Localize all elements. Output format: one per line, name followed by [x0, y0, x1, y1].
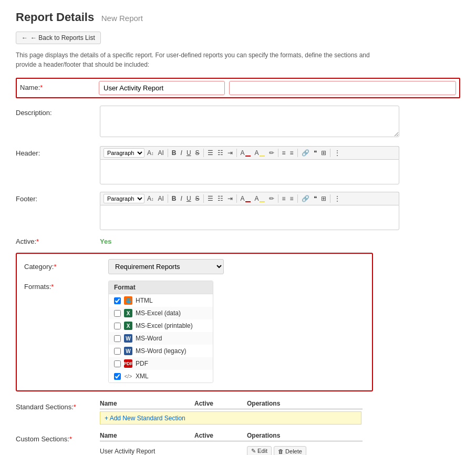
- fsep1: [168, 194, 168, 203]
- footer-ol-btn[interactable]: ☷: [216, 194, 225, 203]
- footer-link-btn[interactable]: 🔗: [300, 194, 311, 203]
- std-col-active: Active: [194, 400, 247, 407]
- format-xml-checkbox[interactable]: [114, 373, 121, 380]
- header-row: Header: Paragraph A↕ AI B I U S ☰ ☷ ⇥ A …: [16, 146, 460, 184]
- format-word-label: MS-Word: [136, 335, 162, 342]
- format-html-label: HTML: [136, 297, 153, 304]
- footer-highlight-btn[interactable]: A: [253, 194, 266, 203]
- header-pen-btn[interactable]: ✏: [267, 148, 276, 158]
- back-button-label: ← Back to Reports List: [30, 34, 95, 42]
- format-excel-data-row: X MS-Excel (data): [109, 307, 213, 319]
- header-ai-btn[interactable]: AI: [157, 148, 165, 158]
- footer-bold-btn[interactable]: B: [170, 194, 178, 203]
- format-html-checkbox[interactable]: [114, 297, 121, 304]
- category-label: Category:*: [24, 263, 108, 271]
- header-editor: Paragraph A↕ AI B I U S ☰ ☷ ⇥ A A ✏ ≡ ≡ …: [100, 146, 460, 184]
- footer-toolbar: Paragraph A↕ AI B I U S ☰ ☷ ⇥ A A ✏ ≡ ≡ …: [100, 192, 399, 205]
- name-input-secondary[interactable]: [229, 81, 456, 95]
- formats-table-header: Format: [109, 281, 213, 294]
- header-label: Header:: [16, 146, 100, 157]
- category-formats-box: Category:* Requirement Reports User Repo…: [16, 253, 373, 391]
- custom-sections-label: Custom Sections:*: [16, 432, 100, 443]
- formats-row: Formats:* Format 🌐 HTML X MS-Excel (data…: [24, 281, 365, 383]
- header-font-size-btn[interactable]: A↕: [146, 148, 156, 158]
- header-indent-btn[interactable]: ⇥: [226, 148, 234, 158]
- footer-table-btn[interactable]: ⊞: [319, 194, 328, 203]
- format-word-legacy-row: W MS-Word (legacy): [109, 345, 213, 357]
- footer-more-btn[interactable]: ⋮: [333, 194, 342, 203]
- footer-align-left-btn[interactable]: ≡: [281, 194, 287, 203]
- custom-edit-button[interactable]: ✎ Edit: [247, 446, 272, 455]
- standard-add-section-link[interactable]: + Add New Standard Section: [105, 415, 185, 422]
- header-align-center-btn[interactable]: ≡: [288, 148, 295, 158]
- format-pdf-checkbox[interactable]: [114, 360, 121, 367]
- format-word-legacy-checkbox[interactable]: [114, 348, 121, 355]
- footer-italic-btn[interactable]: I: [179, 194, 184, 203]
- std-col-ops: Operations: [247, 400, 363, 407]
- footer-font-color-btn[interactable]: A: [239, 194, 252, 203]
- header-ol-btn[interactable]: ☷: [216, 148, 225, 158]
- footer-font-size-btn[interactable]: A↕: [146, 194, 156, 203]
- word-legacy-icon: W: [124, 347, 132, 355]
- header-strike-btn[interactable]: S: [194, 148, 201, 158]
- custom-section-data-row: User Activity Report ✎ Edit 🗑 Delete: [100, 443, 363, 455]
- back-to-reports-button[interactable]: ← ← Back to Reports List: [16, 32, 101, 44]
- pdf-icon: PDF: [124, 359, 132, 368]
- footer-strike-btn[interactable]: S: [194, 194, 201, 203]
- header-highlight-btn[interactable]: A: [253, 148, 266, 158]
- footer-indent-btn[interactable]: ⇥: [226, 194, 234, 203]
- fsep4: [278, 194, 278, 203]
- header-ul-btn[interactable]: ☰: [206, 148, 215, 158]
- custom-col-active: Active: [194, 432, 247, 439]
- description-row: Description:: [16, 106, 460, 139]
- std-col-name: Name: [100, 400, 194, 407]
- header-italic-btn[interactable]: I: [179, 148, 184, 158]
- html-icon: 🌐: [124, 296, 132, 305]
- header-toolbar: Paragraph A↕ AI B I U S ☰ ☷ ⇥ A A ✏ ≡ ≡ …: [100, 146, 399, 159]
- header-table-btn[interactable]: ⊞: [319, 148, 328, 158]
- header-underline-btn[interactable]: U: [185, 148, 193, 158]
- info-text: This page displays the details of a spec…: [16, 50, 373, 69]
- footer-paragraph-select[interactable]: Paragraph: [104, 194, 144, 203]
- sep3: [236, 149, 237, 157]
- footer-editor-body[interactable]: [100, 205, 399, 230]
- footer-quote-btn[interactable]: ❝: [312, 194, 318, 203]
- description-textarea[interactable]: [100, 106, 399, 137]
- header-align-left-btn[interactable]: ≡: [281, 148, 287, 158]
- format-excel-data-label: MS-Excel (data): [136, 309, 181, 317]
- active-label: Active:*: [16, 237, 100, 245]
- footer-pen-btn[interactable]: ✏: [267, 194, 276, 203]
- format-word-checkbox[interactable]: [114, 335, 121, 342]
- custom-row-name: User Activity Report: [100, 448, 194, 455]
- name-inputs: [99, 81, 456, 95]
- format-excel-print-label: MS-Excel (printable): [136, 322, 193, 329]
- header-bold-btn[interactable]: B: [170, 148, 178, 158]
- custom-col-name: Name: [100, 432, 194, 439]
- name-field-row: Name:*: [16, 78, 460, 98]
- category-row: Category:* Requirement Reports User Repo…: [24, 259, 365, 274]
- custom-delete-button[interactable]: 🗑 Delete: [274, 446, 306, 455]
- header-paragraph-select[interactable]: Paragraph: [104, 148, 144, 158]
- footer-ai-btn[interactable]: AI: [157, 194, 165, 203]
- sep2: [203, 149, 204, 157]
- header-quote-btn[interactable]: ❝: [312, 148, 318, 158]
- header-font-color-btn[interactable]: A: [239, 148, 252, 158]
- header-link-btn[interactable]: 🔗: [300, 148, 311, 158]
- footer-align-center-btn[interactable]: ≡: [288, 194, 295, 203]
- format-xml-label: XML: [136, 373, 149, 380]
- custom-row-ops: ✎ Edit 🗑 Delete: [247, 446, 363, 455]
- custom-sections-content: Name Active Operations User Activity Rep…: [100, 432, 363, 455]
- header-more-btn[interactable]: ⋮: [333, 148, 342, 158]
- name-input-primary[interactable]: [99, 81, 225, 95]
- active-row: Active:* Yes: [16, 237, 460, 245]
- header-editor-body[interactable]: [100, 159, 399, 184]
- format-excel-print-checkbox[interactable]: [114, 323, 121, 329]
- format-word-legacy-label: MS-Word (legacy): [136, 347, 186, 355]
- formats-label: Formats:*: [24, 281, 108, 291]
- standard-sections-row: Standard Sections:* Name Active Operatio…: [16, 400, 460, 425]
- format-excel-data-checkbox[interactable]: [114, 310, 121, 317]
- sep4: [278, 149, 278, 157]
- category-select[interactable]: Requirement Reports User Reports System …: [108, 259, 224, 274]
- footer-ul-btn[interactable]: ☰: [206, 194, 215, 203]
- footer-underline-btn[interactable]: U: [185, 194, 193, 203]
